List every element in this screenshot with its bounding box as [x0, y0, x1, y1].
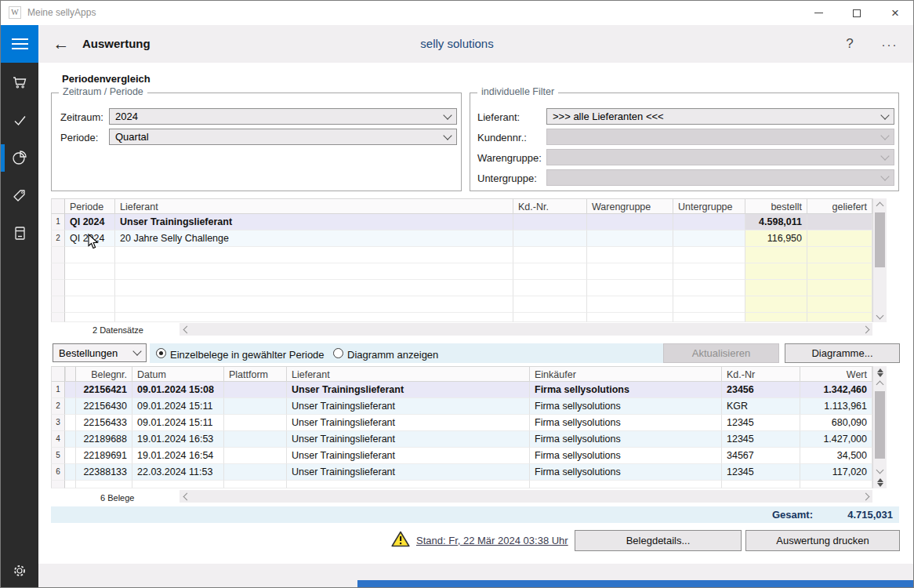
scroll-splitter-top[interactable]: [873, 367, 887, 378]
scrollbar-thumb[interactable]: [875, 212, 885, 267]
col-datum[interactable]: Datum: [132, 366, 224, 382]
period-row-1[interactable]: 1 QI 2024 Unser Trainingslieferant 4.598…: [51, 214, 872, 230]
scroll-left-button[interactable]: [181, 323, 192, 336]
scroll-right-button[interactable]: [860, 490, 871, 503]
periode-label: Periode:: [60, 132, 98, 143]
total-value: 4.715,031: [847, 509, 893, 521]
maximize-icon: [853, 9, 861, 17]
detail-count: 6 Belege: [100, 493, 134, 503]
lieferant-label: Lieferant:: [477, 111, 520, 123]
close-button[interactable]: ×: [877, 1, 913, 25]
scroll-down-button[interactable]: [873, 310, 887, 321]
scroll-splitter-bottom[interactable]: [873, 477, 887, 488]
radio-einzelbelege[interactable]: [156, 348, 166, 358]
gear-icon: [11, 562, 28, 579]
period-row-empty: [51, 280, 872, 296]
detail-table-header: Belegnr. Datum Plattform Lieferant Einkä…: [51, 366, 872, 382]
detail-row-1[interactable]: 1 22156421 09.01.2024 15:08 Unser Traini…: [51, 382, 872, 398]
lieferant-select[interactable]: >>> alle Lieferanten <<<: [546, 108, 894, 125]
detail-table-scrollbar[interactable]: [872, 366, 887, 488]
zeitraum-select[interactable]: 2024: [109, 108, 457, 125]
sidebar-item-catalog[interactable]: [1, 214, 38, 252]
total-label: Gesamt:: [772, 509, 813, 521]
col-belegnr[interactable]: Belegnr.: [76, 366, 132, 382]
col-lieferant[interactable]: Lieferant: [115, 198, 513, 214]
scroll-down-button[interactable]: [873, 465, 887, 475]
app-window: W Meine sellyApps × ← Auswertung selly s…: [0, 0, 914, 588]
bottom-blue-bar: [357, 580, 914, 588]
chevron-down-icon: [880, 111, 889, 119]
period-row-2[interactable]: 2 QI 2024 20 Jahre Selly Challenge 116,9…: [51, 230, 872, 247]
detail-row-partial: [51, 481, 872, 488]
detail-row-2[interactable]: 2 22156430 09.01.2024 15:11 Unser Traini…: [51, 398, 872, 415]
warengruppe-label: Warengruppe:: [477, 152, 542, 164]
untergruppe-label: Untergruppe:: [477, 172, 537, 184]
maximize-button[interactable]: [839, 1, 875, 25]
col-warengruppe[interactable]: Warengruppe: [587, 198, 673, 214]
refresh-button: Aktualisieren: [663, 343, 779, 363]
detail-row-6[interactable]: 6 22388133 22.03.2024 11:53 Unser Traini…: [51, 464, 872, 481]
scrollbar-thumb[interactable]: [875, 391, 885, 459]
back-button[interactable]: ←: [45, 25, 78, 63]
period-row-empty: [51, 247, 872, 263]
section-title: Periodenvergleich: [62, 73, 151, 85]
chevron-down-icon: [443, 131, 452, 140]
col-wert[interactable]: Wert: [800, 366, 872, 382]
col-kdnr[interactable]: Kd.-Nr.: [513, 198, 587, 214]
radio-diagramm[interactable]: [333, 348, 343, 358]
help-button[interactable]: ?: [833, 25, 866, 63]
minimize-button[interactable]: [800, 1, 836, 25]
chevron-down-icon: [132, 347, 141, 355]
col-lieferant[interactable]: Lieferant: [287, 366, 530, 382]
pie-chart-icon: [11, 149, 28, 166]
sidebar-item-reports[interactable]: [1, 139, 38, 176]
help-icon: ?: [846, 36, 853, 52]
sidebar-item-tasks[interactable]: [1, 101, 38, 139]
sidebar-item-offers[interactable]: [1, 176, 38, 214]
sidebar-item-settings[interactable]: [1, 552, 38, 588]
radio-einzelbelege-label[interactable]: Einzelbelege in gewählter Periode: [170, 349, 325, 361]
sidebar-item-orders[interactable]: [1, 64, 38, 101]
col-plattform[interactable]: Plattform: [224, 366, 287, 382]
col-einkaeufer[interactable]: Einkäufer: [530, 366, 722, 382]
period-count: 2 Datensätze: [92, 325, 143, 335]
beleg-details-button[interactable]: Belegdetails...: [575, 530, 742, 551]
detail-row-5[interactable]: 5 22189691 19.01.2024 16:54 Unser Traini…: [51, 448, 872, 464]
scroll-right-button[interactable]: [860, 323, 871, 336]
scroll-up-button[interactable]: [873, 379, 887, 390]
untergruppe-select: [546, 169, 894, 186]
period-table-scrollbar[interactable]: [872, 198, 887, 322]
chevron-down-icon: [443, 111, 452, 119]
status-link[interactable]: Stand: Fr, 22 Mär 2024 03:38 Uhr: [416, 535, 568, 546]
tag-icon: [11, 187, 28, 204]
col-geliefert[interactable]: geliefert: [807, 198, 872, 214]
detail-table-hscrollbar[interactable]: [180, 490, 872, 503]
scroll-left-button[interactable]: [181, 490, 192, 503]
charts-button[interactable]: Diagramme...: [785, 343, 900, 363]
detail-row-3[interactable]: 3 22156433 09.01.2024 15:11 Unser Traini…: [51, 415, 872, 431]
period-filter-legend: Zeitraum / Periode: [59, 86, 147, 97]
period-row-empty: [51, 296, 872, 313]
cart-icon: [11, 74, 28, 91]
periode-select[interactable]: Quartal: [109, 129, 457, 145]
col-periode[interactable]: Periode: [65, 198, 115, 214]
total-bar: Gesamt: 4.715,031: [51, 506, 899, 523]
menu-button[interactable]: [1, 25, 38, 63]
col-bestellt[interactable]: bestellt: [745, 198, 807, 214]
more-menu-button[interactable]: ···: [871, 25, 909, 63]
doc-type-select[interactable]: Bestellungen: [53, 343, 147, 362]
app-title: Meine sellyApps: [27, 1, 96, 25]
detail-row-4[interactable]: 4 22189688 19.01.2024 16:53 Unser Traini…: [51, 431, 872, 448]
period-table-header: Periode Lieferant Kd.-Nr. Warengruppe Un…: [51, 198, 872, 214]
print-report-button[interactable]: Auswertung drucken: [745, 530, 900, 551]
radio-diagramm-label[interactable]: Diagramm anzeigen: [347, 349, 438, 361]
col-untergruppe[interactable]: Untergruppe: [673, 198, 745, 214]
brand-title: selly solutions: [236, 25, 678, 63]
scroll-up-button[interactable]: [873, 200, 887, 211]
chevron-left-icon: [183, 492, 190, 500]
col-kdnr[interactable]: Kd.-Nr: [722, 366, 800, 382]
check-icon: [11, 111, 28, 129]
period-table-hscrollbar[interactable]: [180, 323, 872, 336]
warning-triangle-icon: [391, 531, 410, 550]
chevron-down-icon: [876, 311, 884, 319]
